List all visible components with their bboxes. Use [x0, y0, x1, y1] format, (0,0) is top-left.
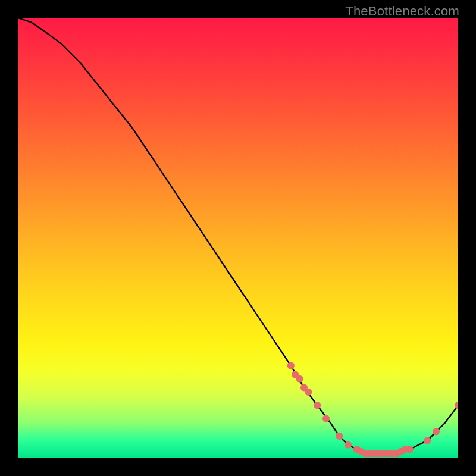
data-marker — [287, 362, 295, 369]
data-marker — [433, 428, 440, 436]
data-marker — [424, 437, 431, 444]
watermark-text: TheBottleneck.com — [345, 4, 459, 19]
data-marker — [345, 441, 352, 449]
data-marker — [305, 389, 312, 396]
data-marker — [322, 415, 330, 422]
bottleneck-line-chart — [18, 18, 458, 458]
chart-frame: TheBottleneck.com — [0, 0, 476, 476]
data-marker — [336, 433, 343, 440]
plot-area — [18, 18, 458, 458]
data-marker — [406, 446, 414, 453]
data-marker — [455, 402, 458, 409]
data-markers — [287, 362, 458, 458]
data-marker — [296, 375, 303, 383]
data-marker — [314, 402, 321, 409]
curve-path — [18, 18, 458, 454]
